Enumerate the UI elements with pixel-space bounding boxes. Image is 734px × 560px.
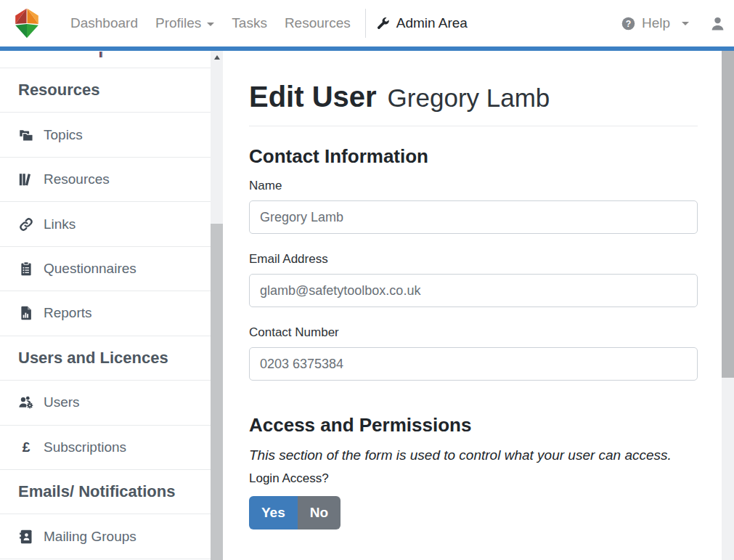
help-label: Help [642,15,670,31]
help-menu[interactable]: ? Help [621,15,689,31]
access-section-description: This section of the form is used to cont… [249,447,698,463]
page-title: Edit User [249,80,377,113]
page-scrollbar[interactable] [722,0,734,560]
chevron-down-icon [207,23,214,26]
sidebar-partial-row [0,51,211,68]
contact-number-field-group: Contact Number [249,325,698,381]
nav-item-label: Dashboard [70,15,138,31]
access-section-heading: Access and Permissions [249,414,698,437]
sidebar-item-label: Users [44,394,80,410]
clipboard-list-icon [18,261,34,277]
wrench-icon [376,17,390,31]
yes-button[interactable]: Yes [249,496,298,529]
link-icon [18,216,34,232]
top-navbar: Dashboard Profiles Tasks Resources Admin… [0,0,734,51]
sidebar-item-label: Reports [44,305,92,321]
sidebar-item-reports[interactable]: Reports [0,291,211,336]
navbar-right: ? Help [621,15,734,32]
sidebar: Resources Topics Resources Links [0,51,211,560]
nav-item-dashboard[interactable]: Dashboard [62,15,147,31]
sidebar-item-questionnaires[interactable]: Questionnaires [0,247,211,291]
sidebar-header-label: Resources [18,81,100,100]
sidebar-header-resources: Resources [0,68,211,113]
sidebar-item-label: Subscriptions [44,439,126,455]
svg-text:?: ? [626,18,631,28]
scroll-up-button[interactable] [211,51,223,64]
nav-item-label: Profiles [155,15,201,31]
login-access-label: Login Access? [249,471,698,486]
user-menu[interactable] [709,15,734,32]
page-scrollbar-thumb[interactable] [722,16,734,378]
contact-section-heading: Contact Information [249,145,698,168]
contact-number-input[interactable] [249,347,698,381]
users-gear-icon [18,394,34,410]
address-book-icon [18,529,34,545]
folders-icon [18,127,34,143]
main-content: Edit User Gregory Lamb Contact Informati… [223,51,722,560]
sidebar-item-label: Links [44,216,76,232]
email-field-group: Email Address [249,252,698,307]
nav-item-admin-area[interactable]: Admin Area [376,15,468,31]
sidebar-item-label: Mailing Groups [44,529,136,545]
heading-divider [249,126,698,126]
pound-icon: £ [18,439,34,455]
navbar-divider [365,9,366,38]
email-label: Email Address [249,252,698,267]
sidebar-header-label: Users and Licences [18,349,168,368]
sidebar-header-users-licences: Users and Licences [0,336,211,381]
nav-item-resources[interactable]: Resources [276,15,359,31]
contact-number-label: Contact Number [249,325,698,340]
user-icon [709,15,726,32]
login-access-toggle: Yes No [249,496,341,529]
sidebar-item-mailing-groups[interactable]: Mailing Groups [0,514,211,559]
nav-item-tasks[interactable]: Tasks [223,15,276,31]
hexagon-cube-logo [11,7,43,39]
sidebar-header-label: Emails/ Notifications [18,482,175,501]
name-field-group: Name [249,179,698,234]
cutoff-icon-fragment [99,52,102,57]
sidebar-item-label: Questionnaires [44,261,136,277]
sidebar-header-emails-notifications: Emails/ Notifications [0,470,211,514]
email-input[interactable] [249,274,698,307]
chevron-down-icon [682,22,689,25]
sidebar-item-topics[interactable]: Topics [0,113,211,157]
arrow-up-icon [214,55,220,60]
main-nav: Dashboard Profiles Tasks Resources [62,15,359,31]
nav-item-label: Resources [285,15,351,31]
nav-item-profiles[interactable]: Profiles [147,15,223,31]
page-head: Edit User Gregory Lamb [249,80,698,113]
sidebar-item-resources[interactable]: Resources [0,158,211,202]
name-label: Name [249,179,698,193]
svg-text:£: £ [23,439,30,455]
page-subtitle: Gregory Lamb [388,84,550,113]
sidebar-scrollbar-thumb[interactable] [211,224,223,560]
sidebar-item-label: Topics [44,127,83,143]
question-circle-icon: ? [621,16,636,31]
file-chart-icon [18,305,34,321]
sidebar-item-label: Resources [44,171,110,187]
books-icon [18,171,34,187]
sidebar-item-links[interactable]: Links [0,202,211,246]
sidebar-item-users[interactable]: Users [0,381,211,425]
brand-logo[interactable] [11,7,43,39]
sidebar-scrollbar[interactable] [211,51,223,560]
nav-item-label: Tasks [232,15,267,31]
sidebar-item-subscriptions[interactable]: £ Subscriptions [0,426,211,470]
name-input[interactable] [249,200,698,234]
admin-area-label: Admin Area [396,15,468,31]
no-button[interactable]: No [298,496,341,529]
